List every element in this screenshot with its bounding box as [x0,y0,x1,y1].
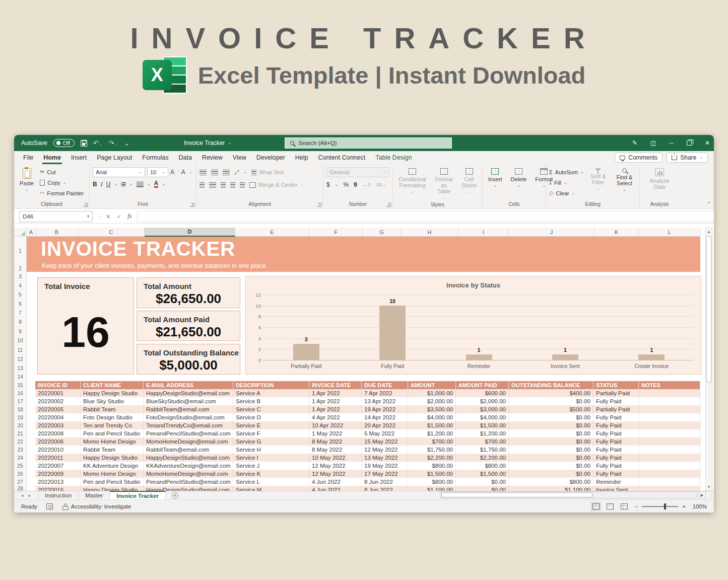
cell-notes[interactable] [639,446,700,454]
cell-status[interactable]: Fully Paid [593,446,639,454]
cell-notes[interactable] [639,486,700,491]
table-row[interactable]: 20220009Momo Home DesignMomoHomeDesign@e… [35,470,700,478]
row-header-3[interactable]: 3 [14,272,26,281]
cell-description[interactable]: Service J [233,462,309,470]
cell-invoice-id[interactable]: 20220004 [35,413,81,421]
customize-toolbar-icon[interactable]: ⌄ [124,139,130,147]
cell-client-name[interactable]: Happy Design Studio [81,389,144,397]
font-size-select[interactable]: 10⌄ [147,167,168,177]
cell-invoice-date[interactable]: 1 May 2022 [309,429,362,438]
cell-e-mail-address[interactable]: FotoDesignStudio@email.com [144,413,233,421]
row-header-18[interactable]: 18 [14,405,26,413]
close-button[interactable]: ✕ [705,139,710,147]
cell-amount-paid[interactable]: $1,500.00 [456,470,509,478]
column-header-B[interactable]: B [36,228,78,237]
formula-bar-splitter[interactable]: ⋮ [93,213,106,219]
number-format-select[interactable]: General⌄ [326,167,389,177]
cell-due-date[interactable]: 13 May 2022 [362,454,408,462]
cell-invoice-date[interactable]: 1 Apr 2022 [309,405,362,413]
ribbon-display-options-icon[interactable]: ◫ [650,139,656,147]
cell-outstanding-balance[interactable]: $0.00 [509,421,593,429]
cell-e-mail-address[interactable]: MomoHomeDesign@email.com [144,470,233,478]
borders-button[interactable]: ⊞ [121,181,126,188]
column-header-E[interactable]: E [235,228,309,237]
merge-center-button[interactable]: Merge & Center⌄ [249,180,303,190]
cell-status[interactable]: Fully Paid [593,413,639,421]
cell-outstanding-balance[interactable]: $0.00 [509,397,593,405]
redo-icon[interactable]: ↷⌄ [108,139,117,147]
macro-record-icon[interactable] [46,503,53,510]
cut-button[interactable]: ✂Cut [40,167,84,177]
row-header-1[interactable]: 1 [14,237,26,265]
row-header-28[interactable]: 28 [14,486,26,491]
cell-due-date[interactable]: 19 May 2022 [362,462,408,470]
cell-notes[interactable] [639,462,700,470]
select-all-corner[interactable] [14,228,27,237]
cell-amount-paid[interactable]: $1,500.00 [456,421,509,429]
cell-invoice-id[interactable]: 20220005 [35,405,81,413]
font-dialog-launcher[interactable] [190,202,194,207]
cell-invoice-id[interactable]: 20220011 [35,454,81,462]
cell-due-date[interactable]: 12 May 2022 [362,446,408,454]
cell-e-mail-address[interactable]: KKAdventureDesign@email.com [144,462,233,470]
row-header-24[interactable]: 24 [14,454,26,462]
align-center-button[interactable] [209,182,216,188]
column-header-D[interactable]: D [145,228,235,237]
cell-amount[interactable]: $1,500.00 [408,421,456,429]
wrap-text-button[interactable]: Wrap Text [251,168,284,177]
cell-styles-button[interactable]: Cell Styles⌄ [459,167,479,195]
accessibility-checker[interactable]: Accessibility: Investigate [62,503,131,510]
cell-description[interactable]: Service I [233,454,309,462]
column-header-G[interactable]: G [363,228,401,237]
cell-invoice-date[interactable]: 8 May 2022 [309,446,362,454]
share-button[interactable]: Share ⌄ [667,153,708,163]
table-row[interactable]: 20220002Blue Sky StudioBlueSkyStudio@ema… [35,397,700,405]
ribbon-tab-formulas[interactable]: Formulas [137,151,173,164]
collapse-ribbon-icon[interactable]: ⌃ [707,201,711,206]
cell-notes[interactable] [639,421,700,429]
ribbon-tab-help[interactable]: Help [290,151,313,164]
cell-invoice-id[interactable]: 20220016 [35,486,81,491]
shrink-font-button[interactable]: A⌄ [181,167,192,177]
sheet-tab-master[interactable]: Master [79,491,110,499]
table-row[interactable]: 20220011Happy Design StudioHappyDesignSt… [35,454,700,462]
confirm-entry-icon[interactable]: ✓ [117,213,122,220]
cell-amount[interactable]: $1,750.00 [408,446,456,454]
zoom-level[interactable]: 100% [693,503,707,510]
format-as-table-button[interactable]: Format as Table⌄ [432,167,455,201]
sheet-tab-invoice-tracker[interactable]: Invoice Tracker [110,491,166,499]
cell-amount-paid[interactable]: $3,000.00 [456,405,509,413]
cell-description[interactable]: Service D [233,413,309,421]
cell-notes[interactable] [639,389,700,397]
ribbon-tab-view[interactable]: View [228,151,251,164]
table-row[interactable]: 20220004Foto Design StudioFotoDesignStud… [35,413,700,421]
table-row[interactable]: 20220006Momo Home DesignMomoHomeDesign@e… [35,438,700,446]
cell-description[interactable]: Service L [233,478,309,486]
row-header-14[interactable]: 14 [14,373,26,381]
cell-status[interactable]: Fully Paid [593,397,639,405]
increase-decimal-button[interactable]: ←.0 [362,182,371,187]
cell-description[interactable]: Service C [233,405,309,413]
copy-button[interactable]: Copy⌄ [40,178,84,187]
cell-outstanding-balance[interactable]: $0.00 [509,446,593,454]
cell-amount[interactable]: $700.00 [408,438,456,446]
column-header-L[interactable]: L [639,228,700,237]
cell-notes[interactable] [639,397,700,405]
ribbon-tab-content-connect[interactable]: Content Connect [313,151,370,164]
cell-amount[interactable]: $800.00 [408,478,456,486]
cell-notes[interactable] [639,470,700,478]
align-left-button[interactable] [200,182,205,188]
italic-button[interactable]: I [101,181,103,188]
cell-invoice-date[interactable]: 4 Jun 2022 [309,478,362,486]
fill-color-button[interactable] [137,181,144,187]
column-header-K[interactable]: K [594,228,639,237]
table-row[interactable]: 20220010Rabbit TeamRabbitTeam@email.comS… [35,446,700,454]
ribbon-tab-table-design[interactable]: Table Design [370,151,417,164]
cell-outstanding-balance[interactable]: $0.00 [509,438,593,446]
cell-description[interactable]: Service M [233,486,309,491]
autosum-button[interactable]: ΣAutoSum⌄ [549,167,584,177]
row-header-6[interactable]: 6 [14,299,26,308]
cell-invoice-id[interactable]: 20220002 [35,397,81,405]
ribbon-tab-developer[interactable]: Developer [251,151,290,164]
horizontal-scrollbar[interactable] [440,491,697,498]
